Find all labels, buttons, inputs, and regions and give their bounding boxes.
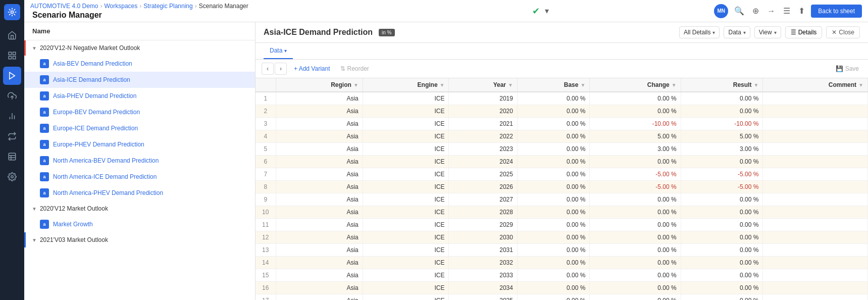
list-item-europe-ice[interactable]: a Europe-ICE Demand Prediction bbox=[24, 120, 255, 136]
table-row[interactable]: 12 Asia ICE 2030 0.00 % 0.00 % 0.00 % bbox=[256, 231, 868, 244]
change-filter-icon[interactable]: ▼ bbox=[672, 82, 677, 88]
table-row[interactable]: 8 Asia ICE 2026 0.00 % -5.00 % -5.00 % bbox=[256, 181, 868, 193]
next-arrow-button[interactable]: › bbox=[275, 63, 287, 75]
save-button[interactable]: 💾 Save bbox=[833, 63, 862, 74]
comment-filter-icon[interactable]: ▼ bbox=[858, 82, 863, 88]
item-label-asia-phev: Asia-PHEV Demand Prediction bbox=[53, 92, 136, 99]
app-logo[interactable] bbox=[4, 4, 20, 20]
table-row[interactable]: 14 Asia ICE 2032 0.00 % 0.00 % 0.00 % bbox=[256, 257, 868, 269]
item-icon-europe-bev: a bbox=[40, 108, 49, 117]
cell-engine: ICE bbox=[363, 156, 449, 168]
avatar: MN bbox=[714, 4, 728, 18]
list-item-na-phev[interactable]: a North America-PHEV Demand Prediction bbox=[24, 185, 255, 201]
search-icon[interactable]: 🔍 bbox=[732, 4, 746, 18]
cell-base: 0.00 % bbox=[517, 105, 589, 118]
table-row[interactable]: 13 Asia ICE 2031 0.00 % 0.00 % 0.00 % bbox=[256, 244, 868, 257]
region-filter-icon[interactable]: ▼ bbox=[353, 82, 359, 88]
nav-icon-scenarios[interactable] bbox=[3, 67, 21, 85]
tab-data[interactable]: Data ▾ bbox=[264, 43, 293, 59]
table-row[interactable]: 9 Asia ICE 2027 0.00 % 0.00 % 0.00 % bbox=[256, 193, 868, 206]
table-row[interactable]: 17 Asia ICE 2035 0.00 % 0.00 % 0.00 % bbox=[256, 294, 868, 301]
breadcrumb-automotive[interactable]: AUTOMOTIVE 4.0 Demo bbox=[30, 3, 98, 10]
nav-icon-swap[interactable] bbox=[3, 127, 21, 145]
cell-comment bbox=[763, 294, 868, 301]
table-row[interactable]: 5 Asia ICE 2023 0.00 % 3.00 % 3.00 % bbox=[256, 143, 868, 156]
cell-year: 2026 bbox=[449, 181, 517, 193]
list-item-asia-ice[interactable]: a Asia-ICE Demand Prediction bbox=[24, 72, 255, 88]
list-item-na-ice[interactable]: a North America-ICE Demand Prediction bbox=[24, 169, 255, 185]
view-button[interactable]: View ▾ bbox=[754, 26, 781, 38]
reorder-button[interactable]: ⇅ Reorder bbox=[337, 63, 372, 74]
list-item-europe-bev[interactable]: a Europe-BEV Demand Prediction bbox=[24, 104, 255, 120]
cell-year: 2035 bbox=[449, 294, 517, 301]
cell-change: -5.00 % bbox=[590, 168, 681, 181]
cell-num: 4 bbox=[256, 130, 276, 143]
nav-icon-grid[interactable] bbox=[3, 46, 21, 65]
arrow-right-icon[interactable]: → bbox=[765, 5, 777, 18]
group-header-2[interactable]: ▼ 2020'V12 Market Outlook bbox=[24, 201, 255, 216]
item-label-europe-phev: Europe-PHEV Demand Prediction bbox=[53, 141, 144, 148]
tab-chevron-icon: ▾ bbox=[284, 48, 287, 54]
base-filter-icon[interactable]: ▼ bbox=[580, 82, 585, 88]
details-button[interactable]: ☰ Details bbox=[785, 26, 823, 38]
breadcrumb-workspaces[interactable]: Workspaces bbox=[104, 3, 137, 10]
table-row[interactable]: 3 Asia ICE 2021 0.00 % -10.00 % -10.00 % bbox=[256, 118, 868, 130]
nav-icon-home[interactable] bbox=[3, 26, 21, 44]
list-icon[interactable]: ☰ bbox=[781, 4, 792, 18]
cell-region: Asia bbox=[276, 206, 363, 219]
table-row[interactable]: 4 Asia ICE 2022 0.00 % 5.00 % 5.00 % bbox=[256, 130, 868, 143]
close-button[interactable]: ✕ Close bbox=[826, 26, 860, 38]
cell-region: Asia bbox=[276, 269, 363, 282]
table-row[interactable]: 10 Asia ICE 2028 0.00 % 0.00 % 0.00 % bbox=[256, 206, 868, 219]
prev-arrow-button[interactable]: ‹ bbox=[262, 63, 274, 75]
all-details-button[interactable]: All Details ▾ bbox=[679, 26, 720, 38]
table-row[interactable]: 11 Asia ICE 2029 0.00 % 0.00 % 0.00 % bbox=[256, 219, 868, 231]
col-comment: Comment ▼ bbox=[763, 78, 868, 92]
table-row[interactable]: 15 Asia ICE 2033 0.00 % 0.00 % 0.00 % bbox=[256, 269, 868, 282]
table-row[interactable]: 2 Asia ICE 2020 0.00 % 0.00 % 0.00 % bbox=[256, 105, 868, 118]
group-header-3[interactable]: ▼ 2021'V03 Market Outlook bbox=[24, 232, 255, 247]
group-header-1[interactable]: ▼ 2020'V12-N Negative Market Outlook bbox=[24, 40, 255, 56]
result-filter-icon[interactable]: ▼ bbox=[753, 82, 758, 88]
col-base: Base ▼ bbox=[517, 78, 589, 92]
dropdown-arrow-icon[interactable]: ▾ bbox=[543, 4, 551, 18]
cell-region: Asia bbox=[276, 282, 363, 294]
cell-year: 2032 bbox=[449, 257, 517, 269]
nav-icon-table[interactable] bbox=[3, 147, 21, 166]
nav-icon-chart[interactable] bbox=[3, 107, 21, 125]
cell-change: -10.00 % bbox=[590, 118, 681, 130]
cell-result: -10.00 % bbox=[681, 118, 763, 130]
back-to-sheet-button[interactable]: Back to sheet bbox=[811, 5, 862, 18]
col-engine: Engine ▼ bbox=[363, 78, 449, 92]
col-year: Year ▼ bbox=[449, 78, 517, 92]
list-item-market-growth[interactable]: a Market Growth bbox=[24, 216, 255, 232]
cell-engine: ICE bbox=[363, 294, 449, 301]
cell-year: 2031 bbox=[449, 244, 517, 257]
engine-filter-icon[interactable]: ▼ bbox=[440, 82, 445, 88]
add-icon[interactable]: ⊕ bbox=[750, 4, 761, 18]
svg-point-14 bbox=[11, 176, 14, 178]
item-label-market-growth: Market Growth bbox=[53, 221, 93, 228]
table-row[interactable]: 6 Asia ICE 2024 0.00 % 0.00 % 0.00 % bbox=[256, 156, 868, 168]
nav-icon-upload[interactable] bbox=[3, 87, 21, 105]
list-item-na-bev[interactable]: a North America-BEV Demand Prediction bbox=[24, 153, 255, 169]
list-item-asia-phev[interactable]: a Asia-PHEV Demand Prediction bbox=[24, 88, 255, 104]
col-change: Change ▼ bbox=[590, 78, 681, 92]
table-row[interactable]: 7 Asia ICE 2025 0.00 % -5.00 % -5.00 % bbox=[256, 168, 868, 181]
year-filter-icon[interactable]: ▼ bbox=[508, 82, 513, 88]
item-icon-market-growth: a bbox=[40, 220, 49, 229]
table-row[interactable]: 1 Asia ICE 2019 0.00 % 0.00 % 0.00 % bbox=[256, 92, 868, 105]
list-item-asia-bev[interactable]: a Asia-BEV Demand Prediction bbox=[24, 56, 255, 72]
data-dropdown-button[interactable]: Data ▾ bbox=[724, 26, 750, 38]
add-variant-button[interactable]: + Add Variant bbox=[291, 63, 333, 74]
breadcrumb-strategic-planning[interactable]: Strategic Planning bbox=[143, 3, 192, 10]
cell-num: 11 bbox=[256, 219, 276, 231]
export-icon[interactable]: ⬆ bbox=[796, 4, 807, 18]
table-row[interactable]: 16 Asia ICE 2034 0.00 % 0.00 % 0.00 % bbox=[256, 282, 868, 294]
cell-comment bbox=[763, 193, 868, 206]
nav-icon-settings[interactable] bbox=[3, 168, 21, 186]
cell-base: 0.00 % bbox=[517, 294, 589, 301]
cell-num: 15 bbox=[256, 269, 276, 282]
list-item-europe-phev[interactable]: a Europe-PHEV Demand Prediction bbox=[24, 136, 255, 153]
cell-result: -5.00 % bbox=[681, 181, 763, 193]
